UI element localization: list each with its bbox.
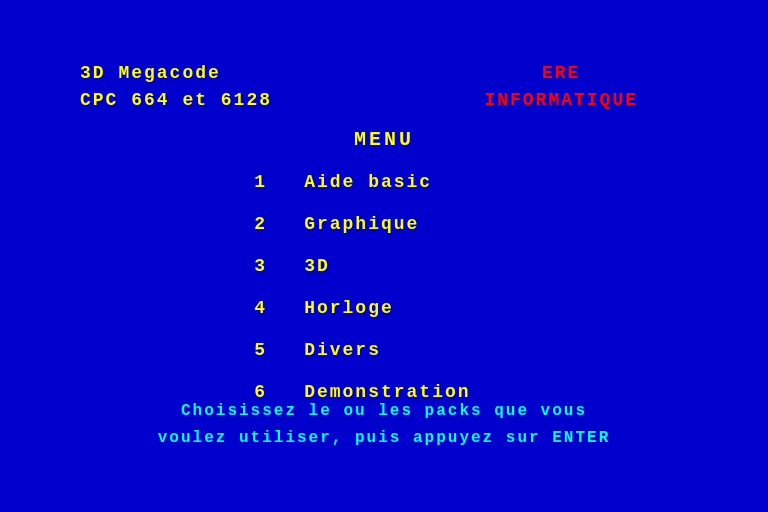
- menu-item-5[interactable]: 5 Divers: [254, 340, 470, 360]
- title-line1: 3D Megacode: [80, 60, 272, 87]
- menu-label-1: Aide basic: [304, 172, 432, 192]
- menu-list: 1 Aide basic 2 Graphique 3 3D 4 Horloge …: [254, 172, 470, 424]
- footer-line1: Choisissez le ou les packs que vous: [158, 398, 610, 425]
- header-title: 3D Megacode CPC 664 et 6128: [80, 60, 272, 114]
- menu-number-3: 3: [254, 256, 284, 276]
- header-brand: ERE INFORMATIQUE: [484, 60, 638, 114]
- menu-item-4[interactable]: 4 Horloge: [254, 298, 470, 318]
- menu-number-1: 1: [254, 172, 284, 192]
- menu-number-5: 5: [254, 340, 284, 360]
- menu-title: MENU: [354, 128, 414, 151]
- menu-number-2: 2: [254, 214, 284, 234]
- menu-number-4: 4: [254, 298, 284, 318]
- menu-label-5: Divers: [304, 340, 381, 360]
- footer-line2: voulez utiliser, puis appuyez sur ENTER: [158, 425, 610, 452]
- title-line2: CPC 664 et 6128: [80, 87, 272, 114]
- menu-item-1[interactable]: 1 Aide basic: [254, 172, 470, 192]
- brand-line2: INFORMATIQUE: [484, 87, 638, 114]
- menu-label-3: 3D: [304, 256, 330, 276]
- brand-line1: ERE: [484, 60, 638, 87]
- menu-item-3[interactable]: 3 3D: [254, 256, 470, 276]
- menu-label-2: Graphique: [304, 214, 419, 234]
- screen: 3D Megacode CPC 664 et 6128 ERE INFORMAT…: [0, 0, 768, 512]
- menu-item-2[interactable]: 2 Graphique: [254, 214, 470, 234]
- menu-label-4: Horloge: [304, 298, 394, 318]
- footer-text: Choisissez le ou les packs que vous voul…: [158, 398, 610, 452]
